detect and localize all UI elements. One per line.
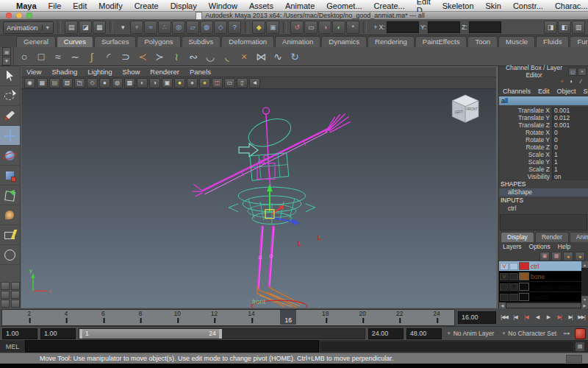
channel-value[interactable]: 0 xyxy=(552,144,588,151)
ep-curve-tool-icon[interactable]: ≈ xyxy=(50,49,66,65)
layer-editor-menu-item[interactable]: Options xyxy=(526,243,554,250)
manip-axis-icon[interactable]: + xyxy=(558,77,566,85)
layer-scrollbar[interactable]: ▲ ▼ xyxy=(581,261,588,302)
scroll-down-icon[interactable]: ▼ xyxy=(581,296,588,302)
viewport-menu-item[interactable]: Renderer xyxy=(145,68,184,76)
playback-range-bar[interactable]: 1 24 xyxy=(79,329,222,339)
speed-medium-icon[interactable]: ◗ xyxy=(567,77,576,85)
layer-color-swatch[interactable] xyxy=(519,293,529,301)
layer-visibility-toggle[interactable]: V xyxy=(500,263,509,270)
multi-lister-icon[interactable]: ◄ xyxy=(249,78,260,88)
layer-display-type-toggle[interactable]: T xyxy=(509,283,518,291)
script-editor-icon[interactable]: ▤ xyxy=(575,342,585,352)
playback-end-field[interactable]: 24.00 xyxy=(368,328,404,339)
Translate Y[interactable]: Translate Y 0.012 xyxy=(499,114,588,121)
input-node-item[interactable]: ctrl xyxy=(499,205,588,213)
selection-mask-dropdown[interactable]: ▾ xyxy=(117,21,129,33)
selected-object-bar[interactable]: all xyxy=(499,96,588,105)
move-tool[interactable] xyxy=(0,126,20,146)
Rotate X[interactable]: Rotate X 0 xyxy=(499,129,588,136)
ctrl[interactable]: V ctrl xyxy=(499,261,588,272)
extend-curve-icon[interactable]: ≀ xyxy=(168,49,184,65)
lock-selection-icon[interactable]: ◆ xyxy=(252,21,265,34)
film-gate-icon[interactable]: ▭ xyxy=(224,78,235,88)
timeline-tick[interactable]: 14 xyxy=(248,310,254,317)
nurbs-square-icon[interactable]: □ xyxy=(33,49,49,65)
Translate X[interactable]: Translate X 0.001 xyxy=(499,107,588,114)
snap-to-projected-center-icon[interactable]: ◎ xyxy=(172,21,185,34)
menubar-item[interactable]: Modify xyxy=(98,1,122,10)
menubar-item[interactable]: Assets xyxy=(249,1,273,10)
four-pane-layout[interactable] xyxy=(11,282,20,290)
shelf-tab[interactable]: Muscle xyxy=(498,36,535,47)
menubar-item[interactable]: Animate xyxy=(285,1,315,10)
speed-fast-icon[interactable]: ∕ xyxy=(577,77,585,85)
channel-value[interactable]: 1 xyxy=(552,166,588,173)
play-forwards-button[interactable]: ▶ xyxy=(543,312,553,323)
selected-lights-icon[interactable]: ● xyxy=(199,78,210,88)
tool-settings-toggle-icon[interactable]: ◧ xyxy=(558,21,571,34)
nurbs-circle-icon[interactable]: ○ xyxy=(16,49,32,65)
scroll-right-icon[interactable]: ▶ xyxy=(581,302,588,308)
intersect-curves-icon[interactable]: ⋈ xyxy=(253,49,269,65)
anim-layer-dropdown[interactable]: ▼ No Anim Layer xyxy=(445,328,497,339)
detach-curves-icon[interactable]: ≺ xyxy=(135,49,151,65)
view-cube[interactable]: LEFT FRONT xyxy=(452,95,478,122)
render-current-frame-icon[interactable]: ◑ xyxy=(318,21,331,34)
channel-value[interactable]: 1 xyxy=(552,151,588,158)
timeline-tick[interactable]: 12 xyxy=(211,310,218,317)
step-back-key-button[interactable]: |◀ xyxy=(521,312,531,323)
shelf-tab[interactable]: PaintEffects xyxy=(415,36,467,47)
pencil-curve-tool-icon[interactable]: ∫ xyxy=(84,49,100,65)
timeline-tick[interactable]: 6 xyxy=(101,310,105,317)
layer-editor-tab[interactable]: Render xyxy=(535,232,569,242)
x-ray-icon[interactable]: ◫ xyxy=(212,78,223,88)
cut-curve-icon[interactable]: × xyxy=(236,49,252,65)
timeline-tick[interactable]: 18 xyxy=(322,310,329,317)
layer-visibility-toggle[interactable] xyxy=(500,283,509,291)
paint-select-tool[interactable] xyxy=(0,106,20,126)
new-scene-icon[interactable]: ▤ xyxy=(65,21,78,34)
snap-to-points-icon[interactable]: ∴ xyxy=(158,21,171,34)
zoom-window-button[interactable] xyxy=(26,13,32,18)
highlight-selection-icon[interactable]: ▣ xyxy=(266,21,279,34)
minimize-window-button[interactable] xyxy=(16,13,22,18)
auto-keyframe-toggle[interactable] xyxy=(575,328,586,339)
scroll-up-icon[interactable]: ▲ xyxy=(581,261,588,268)
set-key-icon[interactable]: ⊶ xyxy=(562,329,572,338)
timeline-tick[interactable]: 8 xyxy=(138,310,142,317)
persp-outliner-layout[interactable] xyxy=(1,291,10,299)
room2[interactable]: room2 xyxy=(499,292,588,302)
range-slider-track[interactable]: 1 24 xyxy=(79,328,365,339)
open-close-curve-icon[interactable]: ◡ xyxy=(202,49,218,65)
lasso-select-tool[interactable] xyxy=(0,86,20,106)
channel-value[interactable]: 0.012 xyxy=(552,114,588,121)
close-window-button[interactable] xyxy=(6,13,12,18)
shelf-tab[interactable]: Toon xyxy=(467,36,498,47)
Scale X[interactable]: Scale X 1 xyxy=(499,151,588,158)
menubar-item[interactable]: Skin xyxy=(486,1,501,10)
shelf-tab[interactable]: Fluids xyxy=(536,36,569,47)
step-forward-key-button[interactable]: ▶| xyxy=(554,312,564,323)
layer-color-swatch[interactable] xyxy=(519,283,529,291)
snap-together-icon[interactable]: ◇ xyxy=(214,21,227,34)
timeline-tick[interactable]: 22 xyxy=(396,310,403,317)
layer-editor-tab[interactable]: Display xyxy=(501,232,534,242)
open-render-view-icon[interactable]: ▭ xyxy=(304,21,318,34)
layer-color-swatch[interactable] xyxy=(519,272,529,280)
shelf-tab[interactable]: Rendering xyxy=(368,36,415,47)
snap-to-curves-icon[interactable]: ≈ xyxy=(144,21,157,34)
menubar-item[interactable]: Maya xyxy=(16,1,37,10)
layer-h-scrollbar[interactable]: ◀ ▶ xyxy=(499,302,588,308)
y-coordinate-input[interactable] xyxy=(428,21,460,33)
step-back-frame-button[interactable]: |◀ xyxy=(510,312,520,323)
x-coordinate-input[interactable] xyxy=(387,21,419,33)
shape-node-item[interactable]: allShape xyxy=(499,188,588,197)
channel-value[interactable]: on xyxy=(552,173,588,180)
menubar-item[interactable]: Skeleton xyxy=(442,1,474,10)
show-manipulator-tool[interactable] xyxy=(0,225,20,245)
viewport-menu-item[interactable]: Shading xyxy=(46,68,82,76)
window-titlebar[interactable]: Autodesk Maya 2013 x64: /Users/mac/Deskt… xyxy=(0,12,588,20)
toolbar-section-handle[interactable] xyxy=(283,21,287,33)
menubar-item[interactable]: Edit xyxy=(73,1,87,10)
